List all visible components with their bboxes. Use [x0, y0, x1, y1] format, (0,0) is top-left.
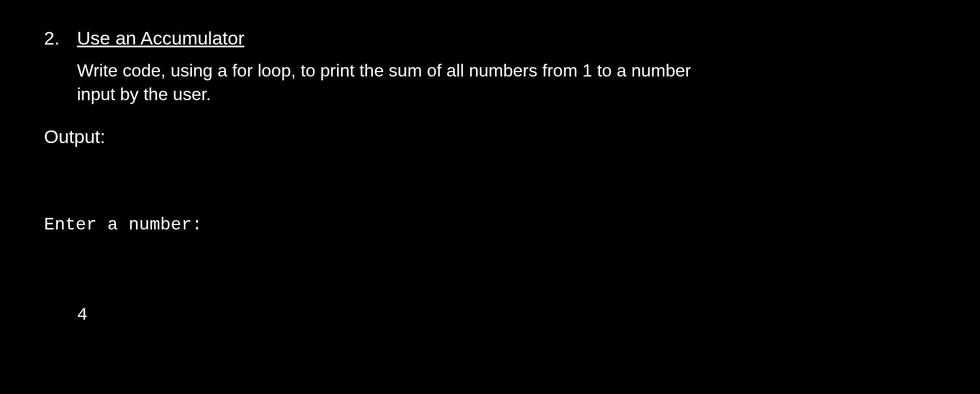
- output-prompt-line: Enter a number:: [44, 214, 936, 237]
- output-input-line: 4: [44, 304, 936, 327]
- problem-container: 2. Use an Accumulator Write code, using …: [44, 28, 936, 394]
- problem-description: Write code, using a for loop, to print t…: [77, 59, 693, 106]
- output-label: Output:: [44, 126, 936, 147]
- output-block: Enter a number: 4 The sum of all numbers…: [44, 167, 936, 394]
- problem-title: Use an Accumulator: [77, 28, 936, 49]
- problem-content: Use an Accumulator Write code, using a f…: [77, 28, 936, 394]
